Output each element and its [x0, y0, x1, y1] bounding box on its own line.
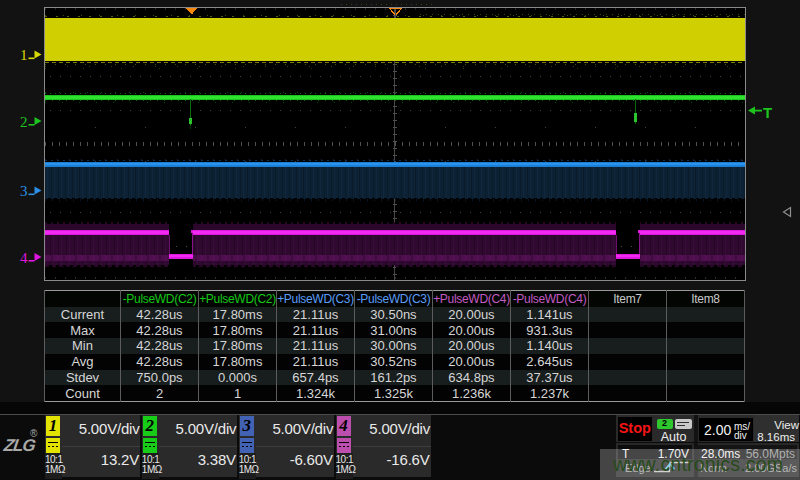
svg-text:1: 1 — [20, 47, 28, 63]
svg-text:2: 2 — [20, 114, 28, 130]
svg-text:T: T — [763, 104, 772, 121]
svg-text:3: 3 — [20, 183, 28, 199]
svg-text:4: 4 — [20, 250, 28, 266]
